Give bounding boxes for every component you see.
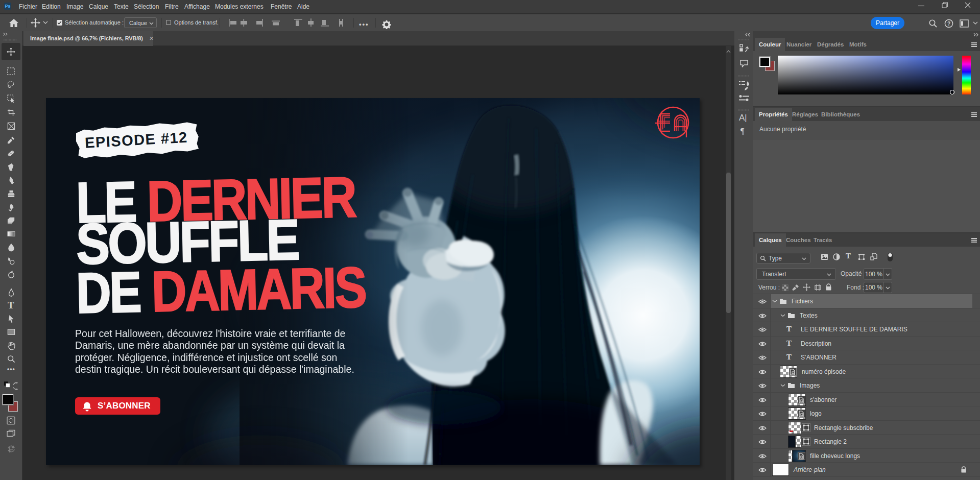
svg-text:?: ? — [947, 21, 950, 27]
